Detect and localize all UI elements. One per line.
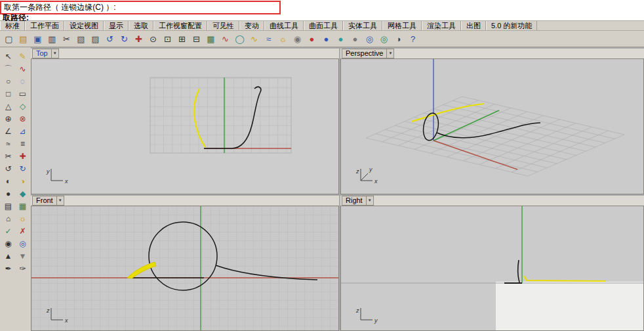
toolbar-pan-view-button[interactable]: ✚: [132, 32, 146, 46]
toolbar-curve-tool-button[interactable]: ∿: [218, 32, 232, 46]
tool-icon: ↻: [121, 34, 128, 44]
menu-tab-surface-tools[interactable]: 曲面工具: [304, 21, 343, 30]
menu-tab-transform[interactable]: 变动: [239, 21, 264, 30]
sidebar-blend-curves-button[interactable]: ≈: [1, 138, 15, 150]
sidebar-freeform-curve-button[interactable]: ∿: [16, 63, 30, 75]
top-viewport-canvas[interactable]: y x: [31, 59, 338, 194]
toolbar-render-globe2-button[interactable]: ◎: [377, 32, 391, 46]
viewport-right-body[interactable]: z y: [340, 206, 644, 331]
menu-tab-visibility[interactable]: 可见性: [207, 21, 239, 30]
menu-tab-select[interactable]: 选取: [129, 21, 153, 30]
sidebar-circle-tool-button[interactable]: ○: [1, 76, 15, 87]
sidebar-move-tool-button[interactable]: ✚: [16, 150, 30, 162]
toolbar-zoom-window-button[interactable]: ⊡: [161, 32, 174, 46]
sidebar-target-tool-button[interactable]: ◉: [1, 238, 15, 250]
toolbar-lock-button[interactable]: ◉: [291, 32, 304, 46]
sidebar-ring-tool-button[interactable]: ◎: [16, 238, 30, 250]
sidebar-boolean-difference-button[interactable]: ⊗: [16, 113, 30, 125]
sidebar-nib-tool-button[interactable]: ✑: [16, 263, 30, 275]
viewport-front-body[interactable]: z x: [31, 206, 339, 331]
toolbar-render-preview-button[interactable]: ◑: [392, 32, 405, 46]
sidebar-select-pointer-button[interactable]: ↖: [1, 51, 15, 62]
chevron-down-icon[interactable]: ▼: [56, 196, 64, 205]
sidebar-triangle-up-button[interactable]: ▲: [1, 250, 15, 262]
menu-tab-render-tools[interactable]: 渲染工具: [422, 21, 461, 30]
toolbar-sweep-tool-button[interactable]: ∿: [247, 32, 261, 46]
menu-tab-solid-tools[interactable]: 实体工具: [343, 21, 382, 30]
sidebar-cut-tool-button[interactable]: ✂: [1, 150, 15, 162]
toolbar-sphere-red-button[interactable]: ●: [305, 32, 319, 46]
toolbar-zoom-dynamic-button[interactable]: ⊙: [146, 32, 160, 46]
menu-tab-cplane[interactable]: 工作平面: [25, 21, 64, 30]
menu-tab-set-view[interactable]: 设定视图: [64, 21, 104, 30]
chevron-down-icon[interactable]: ▼: [51, 49, 58, 58]
toolbar-sphere-gray-button[interactable]: ●: [348, 32, 362, 46]
front-viewport-canvas[interactable]: z x: [31, 206, 338, 330]
toolbar-grid-snap-button[interactable]: ▦: [204, 32, 218, 46]
menu-tab-new-in-v5[interactable]: 5.0 的新功能: [486, 21, 537, 30]
toolbar-sphere-blue-button[interactable]: ●: [319, 32, 333, 46]
viewport-tab-right[interactable]: Right ▼: [342, 196, 374, 206]
viewport-tab-front[interactable]: Front ▼: [32, 196, 64, 206]
toolbar-cut-button[interactable]: ✂: [60, 32, 73, 46]
toolbar-zoom-selected-button[interactable]: ⊟: [190, 32, 203, 46]
toolbar-help-button[interactable]: ?: [406, 32, 420, 46]
sidebar-triangle-down-button[interactable]: ▼: [16, 250, 30, 262]
sidebar-boolean-union-button[interactable]: ⊕: [1, 113, 15, 125]
chevron-down-icon[interactable]: ▼: [366, 196, 373, 205]
toolbar-light-button[interactable]: ☼: [276, 32, 290, 46]
menu-tab-display[interactable]: 显示: [104, 21, 129, 30]
sidebar-layer-tool-button[interactable]: ▤: [1, 200, 15, 212]
sidebar-mesh-tool-button[interactable]: ▦: [16, 200, 30, 212]
viewport-perspective-body[interactable]: z y x: [340, 58, 644, 194]
menu-tab-curve-tools[interactable]: 曲线工具: [264, 21, 304, 30]
sidebar-match-curves-button[interactable]: ≡: [16, 138, 30, 150]
menu-tab-drafting[interactable]: 出图: [461, 21, 486, 30]
sidebar-diamond-tool-button[interactable]: ◇: [16, 100, 30, 112]
toolbar-circle-tool-button[interactable]: ◯: [233, 32, 247, 46]
sidebar-right-triangle-button[interactable]: ⊿: [16, 125, 30, 137]
sidebar-sphere-tool-button[interactable]: ●: [1, 188, 15, 200]
perspective-viewport-canvas[interactable]: z y x: [341, 59, 643, 194]
yellow-curve[interactable]: [524, 276, 605, 281]
toolbar-zoom-extents-button[interactable]: ⊞: [175, 32, 189, 46]
toolbar-paste-button[interactable]: ▨: [89, 32, 102, 46]
toolbar-new-file-button[interactable]: ▢: [2, 32, 16, 46]
sidebar-undo-tool-button[interactable]: ↺: [1, 163, 15, 175]
sidebar-home-plane-button[interactable]: ⌂: [1, 213, 15, 225]
menu-tab-mesh-tools[interactable]: 网格工具: [382, 21, 422, 30]
sidebar-polygon-tool-button[interactable]: △: [1, 100, 15, 112]
viewport-top-body[interactable]: y x: [31, 58, 339, 194]
right-viewport-canvas[interactable]: z y: [341, 206, 643, 330]
sidebar-pen-tool-button[interactable]: ✒: [1, 263, 15, 275]
sidebar-half-circle-left-button[interactable]: ◐: [1, 175, 15, 187]
menu-tab-standard[interactable]: 标准: [0, 21, 25, 30]
viewport-tab-perspective[interactable]: Perspective ▼: [342, 49, 394, 58]
construction-grid: [31, 206, 338, 330]
sidebar-solid-tool-button[interactable]: ◆: [16, 188, 30, 200]
toolbar-undo-button[interactable]: ↺: [103, 32, 117, 46]
toolbar-copy-button[interactable]: ▧: [74, 32, 88, 46]
toolbar-sphere-cyan-button[interactable]: ●: [334, 32, 348, 46]
sidebar-light-tool-button[interactable]: ☼: [16, 213, 30, 225]
toolbar-loft-tool-button[interactable]: ≈: [262, 32, 275, 46]
sidebar-angle-dimension-button[interactable]: ∠: [1, 125, 15, 137]
sidebar-arc-tool-button[interactable]: ⌒: [1, 63, 15, 75]
sidebar-delete-tool-button[interactable]: ✗: [16, 225, 30, 237]
sidebar-annotate-pencil-button[interactable]: ✎: [16, 51, 30, 62]
sidebar-point-circle-button[interactable]: ◌: [16, 76, 30, 87]
toolbar-render-globe-button[interactable]: ◎: [363, 32, 376, 46]
menu-tab-viewport-layout[interactable]: 工作视窗配置: [153, 21, 207, 30]
toolbar-save-button[interactable]: ▣: [31, 32, 45, 46]
sidebar-plane-tool-button[interactable]: ▭: [16, 88, 30, 100]
viewport-tab-top[interactable]: Top ▼: [32, 49, 59, 58]
black-profile-curve[interactable]: [518, 260, 519, 282]
chevron-down-icon[interactable]: ▼: [386, 49, 393, 58]
sidebar-half-circle-right-button[interactable]: ◑: [16, 175, 30, 187]
toolbar-print-button[interactable]: ▥: [45, 32, 59, 46]
sidebar-check-tool-button[interactable]: ✓: [1, 225, 15, 237]
toolbar-redo-button[interactable]: ↻: [117, 32, 131, 46]
sidebar-rectangle-tool-button[interactable]: □: [1, 88, 15, 100]
sidebar-redo-tool-button[interactable]: ↻: [16, 163, 30, 175]
toolbar-open-file-button[interactable]: ▤: [16, 32, 30, 46]
